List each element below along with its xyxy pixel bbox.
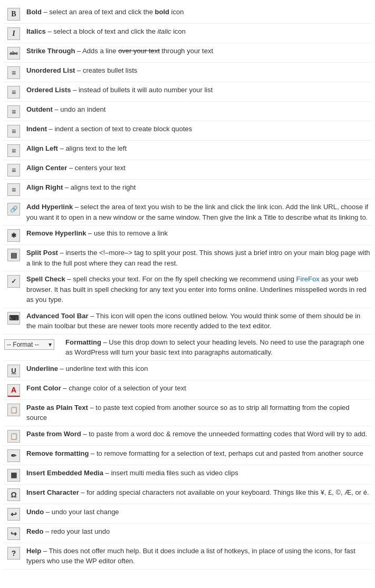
paste-plain-text: Paste as Plain Text – to paste text copi… <box>23 403 371 423</box>
help-row-indent: ≡ Indent – indent a section of text to c… <box>3 121 372 141</box>
remove-hyperlink-icon: ✱ <box>4 228 23 242</box>
split-post-text: Split Post – inserts the <!–more–> tag t… <box>23 248 371 268</box>
help-row-insert-character: Ω Insert Character – for adding special … <box>3 485 372 504</box>
insert-media-text: Insert Embedded Media – insert multi med… <box>23 468 371 478</box>
unordered-list-icon: ≡ <box>4 65 23 79</box>
strikethrough-icon: abc <box>4 46 23 60</box>
paste-plain-icon: 📋 <box>4 403 23 416</box>
help-icon-box: ? <box>7 547 20 560</box>
insert-media-icon-box: ▦ <box>7 469 20 482</box>
ordered-list-text: Ordered Lists – instead of bullets it wi… <box>23 85 371 95</box>
bold-icon-box: B <box>7 8 20 21</box>
format-dropdown-label: -- Format -- <box>7 341 39 348</box>
advanced-toolbar-icon: ⌨ <box>4 311 23 325</box>
hyperlink-icon: 🔗 <box>4 202 23 215</box>
help-row-strikethrough: abc Strike Through – Adds a line over yo… <box>3 43 372 63</box>
help-row-paste-word: 📋 Paste from Word – to paste from a word… <box>3 426 372 446</box>
font-color-icon-box: A <box>7 384 20 397</box>
help-row-remove-hyperlink: ✱ Remove Hyperlink – use this to remove … <box>3 226 372 245</box>
help-row-ordered-list: ≡ Ordered Lists – instead of bullets it … <box>3 82 372 102</box>
undo-text: Undo – undo your last change <box>23 507 371 517</box>
help-row-insert-media: ▦ Insert Embedded Media – insert multi m… <box>3 465 372 485</box>
help-row-spell-check: ✓ Spell Check – spell checks your text. … <box>3 271 372 308</box>
help-row-align-left: ≡ Align Left – aligns text to the left <box>3 141 372 160</box>
italics-icon: I <box>4 26 23 40</box>
unordered-list-text: Unordered List – creates bullet lists <box>23 65 371 76</box>
help-row-underline: U Underline – underline text with this i… <box>3 361 372 380</box>
spell-check-text: Spell Check – spell checks your text. Fo… <box>23 274 371 305</box>
format-dropdown-arrow: ▾ <box>49 341 52 348</box>
indent-icon: ≡ <box>4 124 23 138</box>
align-left-text: Align Left – aligns text to the left <box>23 143 371 154</box>
help-row-help: ? Help – This does not offer much help. … <box>3 543 372 570</box>
paste-word-icon: 📋 <box>4 429 23 443</box>
split-post-icon-box: ▤ <box>7 249 20 261</box>
help-row-italics: I Italics – select a block of text and c… <box>3 24 372 43</box>
remove-formatting-icon-box: ✏ <box>7 449 20 462</box>
remove-hyperlink-text: Remove Hyperlink – use this to remove a … <box>23 228 371 239</box>
align-center-icon: ≡ <box>4 163 23 177</box>
help-row-advanced-toolbar: ⌨ Advanced Tool Bar – This icon will ope… <box>3 308 372 335</box>
ordered-list-icon: ≡ <box>4 85 23 99</box>
insert-media-icon: ▦ <box>4 468 23 482</box>
align-right-icon: ≡ <box>4 182 23 196</box>
indent-text: Indent – indent a section of text to cre… <box>23 124 371 134</box>
remove-hyperlink-icon-box: ✱ <box>7 229 20 242</box>
paste-plain-icon-box: 📋 <box>7 404 20 416</box>
redo-icon: ↪ <box>4 526 23 540</box>
advanced-toolbar-text: Advanced Tool Bar – This icon will open … <box>23 311 371 331</box>
help-text: Help – This does not offer much help. Bu… <box>23 546 371 566</box>
redo-text: Redo – redo your last undo <box>23 526 371 537</box>
help-row-align-right: ≡ Align Right – aligns text to the right <box>3 180 372 199</box>
underline-icon: U <box>4 364 23 377</box>
align-center-icon-box: ≡ <box>7 164 20 177</box>
help-row-remove-formatting: ✏ Remove formatting – to remove formatti… <box>3 446 372 465</box>
font-color-icon: A <box>4 383 23 397</box>
remove-formatting-text: Remove formatting – to remove formatting… <box>23 448 371 459</box>
format-dropdown-cell: -- Format -- ▾ <box>4 337 62 350</box>
format-text: Formatting – Use this drop down to selec… <box>62 337 371 358</box>
help-icon: ? <box>4 546 23 560</box>
help-row-redo: ↪ Redo – redo your last undo <box>3 524 372 543</box>
help-row-align-center: ≡ Align Center – centers your text <box>3 160 372 180</box>
outdent-icon-box: ≡ <box>7 105 20 118</box>
align-left-icon-box: ≡ <box>7 144 20 157</box>
remove-formatting-icon: ✏ <box>4 448 23 462</box>
spell-check-icon: ✓ <box>4 274 23 288</box>
help-row-unordered-list: ≡ Unordered List – creates bullet lists <box>3 63 372 82</box>
outdent-text: Outdent – undo an indent <box>23 104 371 115</box>
ordered-list-icon-box: ≡ <box>7 86 20 99</box>
insert-character-icon: Ω <box>4 487 23 501</box>
strikethrough-text: Strike Through – Adds a line over your t… <box>23 46 371 56</box>
help-row-undo: ↩ Undo – undo your last change <box>3 504 372 524</box>
undo-icon-box: ↩ <box>7 508 20 521</box>
format-dropdown[interactable]: -- Format -- ▾ <box>4 339 54 350</box>
help-row-font-color: A Font Color – change color of a selecti… <box>3 380 372 400</box>
help-row-split-post: ▤ Split Post – inserts the <!–more–> tag… <box>3 245 372 271</box>
insert-character-text: Insert Character – for adding special ch… <box>23 487 371 498</box>
spell-check-icon-box: ✓ <box>7 275 20 288</box>
help-row-bold: B Bold – select an area of text and clic… <box>3 4 372 24</box>
advanced-toolbar-icon-box: ⌨ <box>7 312 20 325</box>
hyperlink-text: Add Hyperlink – select the area of text … <box>23 202 371 222</box>
undo-icon: ↩ <box>4 507 23 521</box>
align-right-text: Align Right – aligns text to the right <box>23 182 371 193</box>
align-left-icon: ≡ <box>4 143 23 157</box>
format-row: -- Format -- ▾ Formatting – Use this dro… <box>3 335 372 361</box>
paste-word-icon-box: 📋 <box>7 430 20 443</box>
redo-icon-box: ↪ <box>7 527 20 540</box>
help-row-outdent: ≡ Outdent – undo an indent <box>3 102 372 121</box>
paste-word-text: Paste from Word – to paste from a word d… <box>23 429 371 439</box>
help-row-paste-plain: 📋 Paste as Plain Text – to paste text co… <box>3 400 372 426</box>
bold-text: Bold – select an area of text and click … <box>23 7 371 17</box>
align-center-text: Align Center – centers your text <box>23 163 371 173</box>
italics-text: Italics – select a block of text and cli… <box>23 26 371 37</box>
split-post-icon: ▤ <box>4 248 23 261</box>
unordered-list-icon-box: ≡ <box>7 66 20 79</box>
bold-icon: B <box>4 7 23 21</box>
strikethrough-icon-box: abc <box>7 47 20 60</box>
insert-character-icon-box: Ω <box>7 488 20 501</box>
outdent-icon: ≡ <box>4 104 23 118</box>
italics-icon-box: I <box>7 27 20 40</box>
hyperlink-icon-box: 🔗 <box>7 203 20 215</box>
